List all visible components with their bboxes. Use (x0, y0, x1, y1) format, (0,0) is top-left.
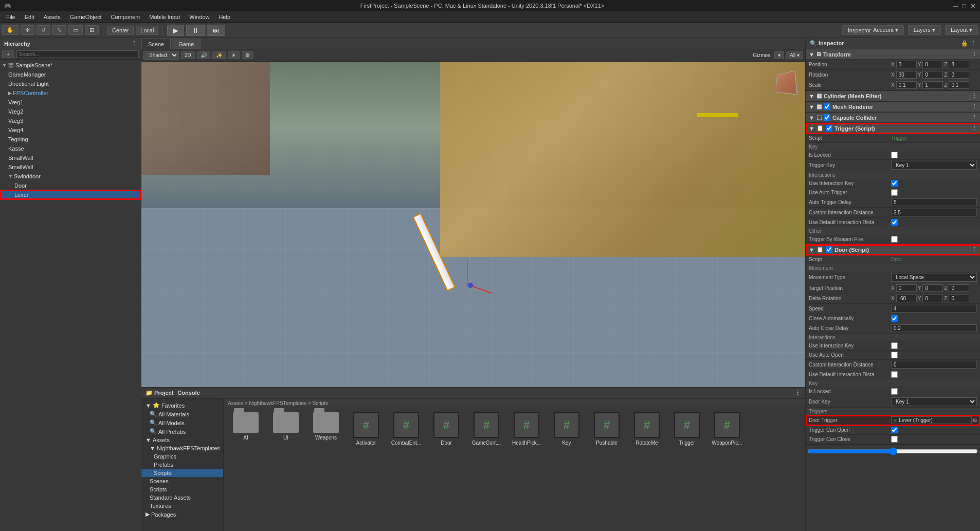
hierarchy-search[interactable] (16, 50, 139, 58)
sidebar-folder-all-models[interactable]: 🔍 All Models (141, 418, 223, 427)
position-x[interactable] (896, 61, 917, 68)
navigation-cube[interactable] (769, 67, 800, 98)
sidebar-folder-scripts[interactable]: Scripts (141, 469, 223, 477)
hierarchy-item[interactable]: ▶ FPSController (0, 88, 141, 98)
pause-button[interactable]: ⏸ (186, 25, 205, 36)
file-item-pushable[interactable]: # Pushable (589, 412, 625, 527)
hierarchy-item[interactable]: SmallWall (0, 153, 141, 162)
trigger-script-enabled[interactable] (826, 125, 832, 132)
door-script-enabled[interactable] (826, 246, 832, 253)
door-custom-dist-input[interactable] (891, 361, 977, 369)
menu-gameobject[interactable]: GameObject (66, 13, 106, 21)
auto-close-delay-input[interactable] (891, 324, 977, 332)
file-item-weaponpic[interactable]: # WeaponPic... (709, 412, 745, 527)
menu-component[interactable]: Component (106, 13, 144, 21)
menu-edit[interactable]: Edit (21, 13, 39, 21)
project-tab[interactable]: 📁 Project (146, 390, 173, 396)
position-y[interactable] (922, 61, 943, 68)
hierarchy-item[interactable]: Væg3 (0, 116, 141, 125)
scale-y[interactable] (922, 81, 943, 89)
hierarchy-item[interactable]: ▼ 🎬 SampleScene* (0, 61, 141, 70)
menu-mobile-input[interactable]: Mobile Input (145, 13, 184, 21)
local-global-btn[interactable]: Local (136, 26, 158, 35)
file-item-activator[interactable]: # Activator (348, 412, 384, 527)
sidebar-folder-favorites[interactable]: ▼ ⭐ Favorites (141, 401, 223, 410)
target-pos-x[interactable] (896, 284, 917, 292)
is-locked-checkbox[interactable] (891, 152, 898, 158)
sidebar-folder-scripts2[interactable]: Scripts (141, 485, 223, 493)
layout-btn[interactable]: Layout ▾ (945, 25, 978, 35)
all-btn[interactable]: All ▾ (786, 51, 803, 59)
target-pos-z[interactable] (949, 284, 969, 292)
file-item-key[interactable]: # Key (549, 412, 585, 527)
hierarchy-item[interactable]: Kasse (0, 144, 141, 153)
hierarchy-item[interactable]: Door (0, 181, 141, 190)
mesh-filter-header[interactable]: ▼ ▦ Cylinder (Mesh Filter) ⋮ (806, 91, 980, 101)
audio-btn[interactable]: 🔊 (197, 51, 210, 59)
sidebar-folder-prefabs[interactable]: Prefabs (141, 461, 223, 469)
play-button[interactable]: ▶ (167, 25, 184, 36)
target-pos-y[interactable] (922, 284, 943, 292)
close-auto-checkbox[interactable] (891, 315, 898, 322)
hierarchy-menu-icon[interactable]: ⋮ (131, 40, 137, 47)
shading-dropdown[interactable]: Shaded (143, 51, 179, 60)
door-is-locked-checkbox[interactable] (891, 388, 898, 395)
gizmos-btn[interactable]: ▾ (774, 51, 784, 59)
project-menu-icon[interactable]: ⋮ (795, 390, 801, 396)
inspector-lock-icon[interactable]: 🔒 (961, 40, 968, 47)
hierarchy-item[interactable]: Væg2 (0, 107, 141, 116)
rotation-y[interactable] (922, 71, 943, 79)
position-z[interactable] (949, 61, 969, 68)
menu-file[interactable]: File (2, 13, 20, 21)
hierarchy-item[interactable]: ▼ Swinddoor (0, 172, 141, 181)
file-item-ui[interactable]: UI (268, 412, 304, 527)
capsule-settings[interactable]: ⋮ (971, 114, 977, 121)
door-trigger-picker[interactable]: ⊙ (973, 417, 977, 423)
scene-lighting-btn[interactable]: ☀ (228, 51, 240, 59)
trigger-can-close-checkbox[interactable] (891, 436, 898, 443)
custom-interaction-dist-input[interactable] (891, 209, 977, 216)
door-key-dropdown[interactable]: Key 1 (891, 397, 977, 406)
hierarchy-item[interactable]: SmallWall (0, 162, 141, 172)
file-item-rotateme[interactable]: # RotateMe (629, 412, 665, 527)
trigger-script-settings[interactable]: ⋮ (971, 125, 977, 132)
menu-window[interactable]: Window (185, 13, 213, 21)
trigger-key-dropdown[interactable]: Key 1 (891, 161, 977, 170)
delta-rot-z[interactable] (949, 295, 969, 302)
move-tool[interactable]: ✛ (21, 25, 34, 35)
door-use-interaction-key-checkbox[interactable] (891, 342, 898, 349)
movement-type-dropdown[interactable]: Local Space (891, 273, 977, 282)
account-btn[interactable]: Inspector Account ▾ (842, 25, 904, 35)
door-script-header[interactable]: ▼ 📋 Door (Script) ⋮ (806, 245, 980, 255)
auto-trigger-delay-input[interactable] (891, 198, 977, 206)
door-trigger-value[interactable]: ⊡ Lever (Trigger) (891, 416, 972, 424)
mesh-renderer-settings[interactable]: ⋮ (971, 103, 977, 110)
mesh-filter-settings[interactable]: ⋮ (971, 93, 977, 99)
file-item-ai[interactable]: AI (228, 412, 264, 527)
console-tab[interactable]: Console (177, 390, 199, 396)
minimize-button[interactable]: ─ (953, 2, 958, 10)
file-item-trigger[interactable]: # Trigger (669, 412, 705, 527)
sidebar-folder-assets[interactable]: ▼ Assets (141, 436, 223, 444)
scene-view[interactable] (141, 62, 805, 387)
use-auto-trigger-checkbox[interactable] (891, 189, 898, 196)
sidebar-folder-nighthawk[interactable]: ▼ NighthawkFPSTemplates (141, 444, 223, 452)
transform-settings-icon[interactable]: ⋮ (971, 51, 977, 58)
hierarchy-item[interactable]: Directional Light (0, 79, 141, 88)
hand-tool[interactable]: ✋ (2, 25, 19, 35)
trigger-script-header[interactable]: ▼ 📋 Trigger (Script) ⋮ (806, 123, 980, 134)
2d-btn[interactable]: 2D (181, 51, 195, 59)
fx-btn[interactable]: ✨ (212, 51, 226, 59)
hierarchy-item[interactable]: Tegning (0, 135, 141, 144)
trigger-by-weapon-checkbox[interactable] (891, 236, 898, 243)
file-item-combatent[interactable]: # CombatEnt... (388, 412, 424, 527)
layers-btn[interactable]: Layers ▾ (908, 25, 941, 35)
delta-rot-x[interactable] (896, 295, 917, 302)
trigger-can-open-checkbox[interactable] (891, 427, 898, 433)
use-default-interaction-checkbox[interactable] (891, 219, 898, 226)
delta-rot-y[interactable] (922, 295, 943, 302)
sidebar-folder-all-prefabs[interactable]: 🔍 All Prefabs (141, 427, 223, 436)
sidebar-folder-scenes[interactable]: Scenes (141, 477, 223, 485)
scale-z[interactable] (949, 81, 969, 89)
hierarchy-item[interactable]: Væg4 (0, 125, 141, 135)
